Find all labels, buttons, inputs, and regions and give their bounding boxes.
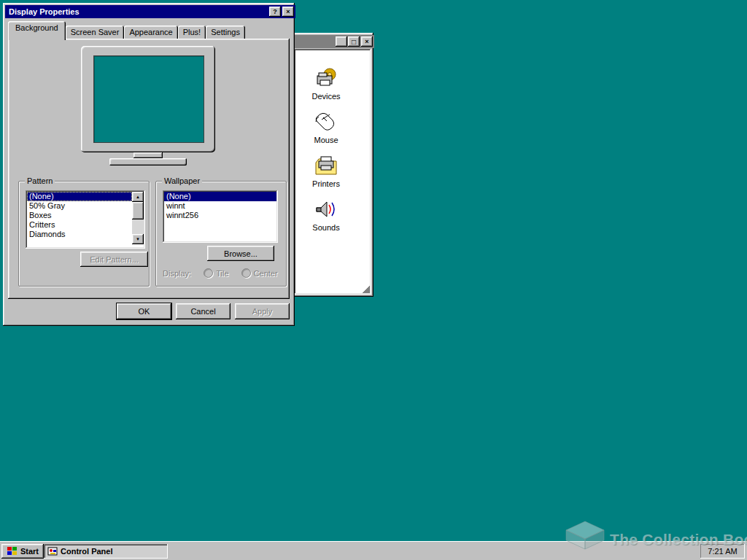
ok-button[interactable]: OK	[117, 303, 171, 319]
list-item-diamonds[interactable]: Diamonds	[27, 230, 132, 239]
sounds-icon	[314, 198, 338, 221]
control-panel-titlebar[interactable]: _ □ ×	[294, 35, 374, 48]
dialog-titlebar[interactable]: Display Properties ? ×	[5, 5, 295, 18]
desktop[interactable]: _ □ × Devices	[0, 0, 747, 560]
help-button[interactable]: ?	[269, 7, 281, 17]
scroll-down-button[interactable]: ▼	[132, 234, 144, 244]
control-panel-item-mouse[interactable]: Mouse	[303, 110, 349, 144]
apply-button[interactable]: Apply	[235, 303, 290, 319]
display-label: Display:	[163, 269, 191, 278]
tab-background[interactable]: Background	[8, 21, 66, 40]
tab-label: Screen Saver	[71, 28, 120, 36]
display-properties-dialog: Display Properties ? × Background Screen…	[3, 3, 295, 326]
icon-label: Printers	[303, 179, 349, 188]
close-icon: ×	[286, 8, 290, 15]
windows-logo-icon	[7, 546, 18, 556]
start-button[interactable]: Start	[1, 544, 44, 559]
wallpaper-group-label: Wallpaper	[162, 176, 202, 186]
tab-label: Settings	[211, 28, 240, 36]
tab-plus[interactable]: Plus!	[178, 26, 206, 39]
list-item-none[interactable]: (None)	[164, 192, 276, 201]
scroll-down-icon: ▼	[136, 237, 140, 241]
tab-panel-background: Pattern (None) 50% Gray Boxes Critters D…	[8, 39, 290, 299]
monitor-neck	[133, 152, 163, 158]
control-panel-icon	[47, 546, 58, 556]
center-label: Center	[254, 269, 278, 278]
icon-label: Sounds	[303, 223, 349, 232]
tab-settings[interactable]: Settings	[206, 26, 245, 39]
taskbar: Start Control Panel 7:21 AM	[0, 541, 747, 560]
radio-icon	[241, 268, 251, 278]
list-item-winnt256[interactable]: winnt256	[164, 211, 276, 220]
start-label: Start	[20, 547, 39, 556]
icon-label: Mouse	[303, 136, 349, 144]
control-panel-item-printers[interactable]: Printers	[303, 154, 349, 188]
task-label: Control Panel	[61, 547, 113, 556]
apply-label: Apply	[252, 307, 273, 316]
browse-button[interactable]: Browse...	[207, 246, 274, 261]
monitor-screen	[93, 55, 204, 143]
close-icon: ×	[365, 38, 368, 45]
edit-pattern-button[interactable]: Edit Pattern...	[80, 252, 148, 267]
tab-label: Background	[15, 23, 58, 32]
browse-label: Browse...	[224, 249, 258, 258]
monitor-preview	[79, 46, 217, 174]
wallpaper-group: Wallpaper (None) winnt winnt256 Browse..…	[155, 181, 287, 287]
close-button[interactable]: ×	[361, 36, 373, 47]
minimize-button[interactable]: _	[336, 36, 347, 47]
tab-appearance[interactable]: Appearance	[124, 26, 177, 39]
pattern-group: Pattern (None) 50% Gray Boxes Critters D…	[18, 181, 150, 287]
radio-icon	[204, 268, 213, 278]
control-panel-window: _ □ × Devices	[292, 33, 374, 297]
list-item-critters[interactable]: Critters	[27, 220, 132, 230]
tile-radio[interactable]: Tile	[204, 269, 228, 278]
center-radio[interactable]: Center	[241, 269, 278, 278]
list-item-winnt[interactable]: winnt	[164, 201, 276, 211]
control-panel-item-devices[interactable]: Devices	[303, 66, 349, 101]
scroll-up-button[interactable]: ▲	[132, 192, 144, 202]
tab-screen-saver[interactable]: Screen Saver	[66, 26, 125, 39]
scrollbar-thumb[interactable]	[132, 202, 144, 219]
clock: 7:21 AM	[708, 547, 737, 556]
task-button-control-panel[interactable]: Control Panel	[44, 544, 168, 559]
minimize-icon: _	[339, 42, 343, 47]
list-item-none[interactable]: (None)	[27, 192, 132, 201]
pattern-group-label: Pattern	[25, 176, 55, 186]
tab-strip: Background Screen Saver Appearance Plus!…	[8, 23, 245, 40]
ok-label: OK	[139, 307, 150, 316]
scroll-up-icon: ▲	[136, 195, 140, 199]
mouse-icon	[314, 110, 338, 133]
pattern-scrollbar[interactable]: ▲ ▼	[132, 192, 144, 244]
devices-icon	[314, 66, 338, 90]
display-options-row: Display: Tile Center	[163, 268, 284, 279]
printers-icon	[314, 154, 338, 177]
list-item-50-gray[interactable]: 50% Gray	[27, 201, 132, 211]
help-icon: ?	[273, 8, 277, 15]
tab-label: Plus!	[183, 28, 201, 36]
list-item-boxes[interactable]: Boxes	[27, 211, 132, 220]
edit-pattern-label: Edit Pattern...	[90, 255, 139, 264]
cancel-button[interactable]: Cancel	[176, 303, 231, 319]
close-button[interactable]: ×	[282, 7, 294, 17]
dialog-title: Display Properties	[7, 7, 268, 16]
tile-label: Tile	[216, 269, 228, 278]
wallpaper-listbox[interactable]: (None) winnt winnt256	[163, 190, 278, 243]
monitor-base	[109, 158, 187, 166]
maximize-button[interactable]: □	[348, 36, 360, 47]
monitor-bezel	[81, 46, 215, 152]
control-panel-item-sounds[interactable]: Sounds	[303, 198, 349, 232]
cancel-label: Cancel	[190, 307, 215, 316]
pattern-listbox[interactable]: (None) 50% Gray Boxes Critters Diamonds …	[26, 190, 145, 249]
icon-label: Devices	[303, 92, 349, 101]
resize-grip-icon[interactable]	[360, 284, 370, 293]
tab-label: Appearance	[129, 28, 172, 36]
control-panel-client: Devices Mouse Printers	[294, 49, 371, 295]
clock-tray[interactable]: 7:21 AM	[700, 544, 745, 559]
maximize-icon: □	[352, 38, 356, 46]
